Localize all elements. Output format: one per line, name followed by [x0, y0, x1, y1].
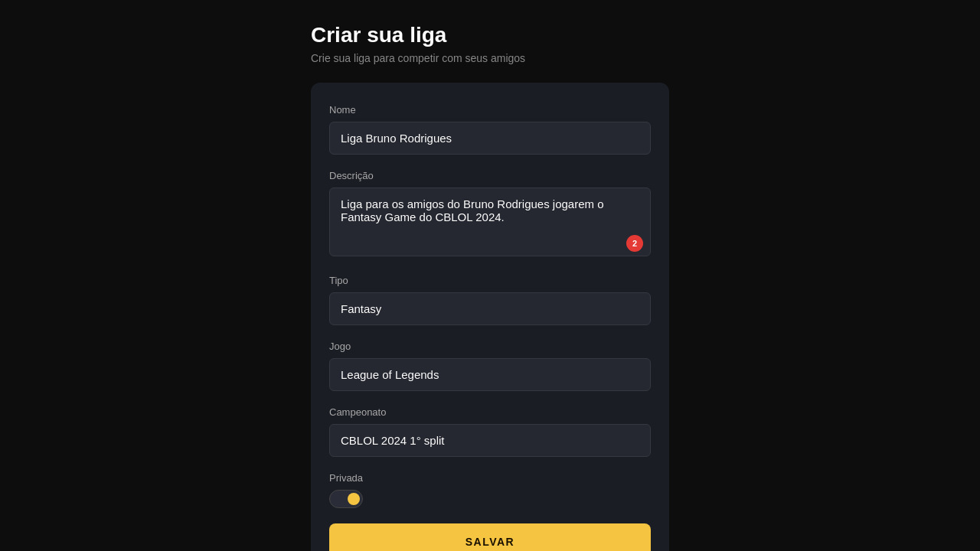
textarea-wrapper: Liga para os amigos do Bruno Rodrigues j…: [329, 187, 651, 259]
descricao-textarea[interactable]: Liga para os amigos do Bruno Rodrigues j…: [329, 187, 651, 256]
toggle-thumb: [348, 493, 360, 505]
privada-group: Privada: [329, 472, 651, 508]
descricao-label: Descrição: [329, 170, 651, 181]
jogo-group: Jogo: [329, 341, 651, 391]
nome-input[interactable]: [329, 122, 651, 155]
descricao-group: Descrição Liga para os amigos do Bruno R…: [329, 170, 651, 259]
privada-toggle[interactable]: [329, 490, 363, 508]
page-header: Criar sua liga Crie sua liga para compet…: [311, 23, 669, 64]
page-title: Criar sua liga: [311, 23, 669, 47]
save-button[interactable]: SALVAR: [329, 523, 651, 551]
page-wrapper: Criar sua liga Crie sua liga para compet…: [299, 23, 681, 551]
privada-label: Privada: [329, 472, 651, 484]
description-badge: 2: [626, 235, 643, 252]
campeonato-input[interactable]: [329, 424, 651, 457]
form-card: Nome Descrição Liga para os amigos do Br…: [311, 83, 669, 551]
page-subtitle: Crie sua liga para competir com seus ami…: [311, 52, 669, 64]
toggle-wrapper: [329, 490, 651, 508]
campeonato-label: Campeonato: [329, 406, 651, 418]
tipo-label: Tipo: [329, 275, 651, 286]
nome-label: Nome: [329, 104, 651, 116]
jogo-input[interactable]: [329, 358, 651, 391]
jogo-label: Jogo: [329, 341, 651, 352]
tipo-group: Tipo: [329, 275, 651, 325]
nome-group: Nome: [329, 104, 651, 155]
tipo-input[interactable]: [329, 292, 651, 325]
campeonato-group: Campeonato: [329, 406, 651, 457]
